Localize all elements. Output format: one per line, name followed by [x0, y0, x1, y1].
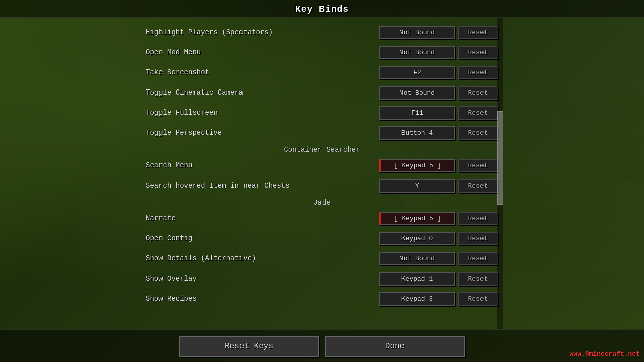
table-row: Narrate [ Keypad 5 ] Reset — [141, 208, 503, 228]
key-button[interactable]: Keypad 1 — [379, 272, 455, 286]
key-button[interactable]: F11 — [379, 106, 455, 120]
reset-button[interactable]: Reset — [458, 66, 498, 79]
table-row: Toggle Fullscreen F11 Reset — [141, 103, 503, 123]
key-button[interactable]: Y — [379, 179, 455, 193]
key-button[interactable]: Not Bound — [379, 46, 455, 59]
table-row: Show Recipes Keypad 3 Reset — [141, 289, 503, 309]
row-label: Take Screenshot — [146, 68, 379, 76]
title-bar: Key Binds — [0, 0, 644, 18]
keybind-panel-wrapper: Highlight Players (Spectators) Not Bound… — [141, 18, 503, 329]
bottom-bar: Reset Keys Done — [0, 329, 644, 362]
row-label: Highlight Players (Spectators) — [146, 28, 379, 36]
table-row: Show Overlay Keypad 1 Reset — [141, 268, 503, 289]
key-button[interactable]: [ Keypad 5 ] — [379, 159, 455, 172]
scrollbar[interactable] — [497, 18, 503, 329]
main-container: Key Binds Highlight Players (Spectators)… — [0, 0, 644, 362]
key-button[interactable]: Not Bound — [379, 252, 455, 265]
reset-button[interactable]: Reset — [458, 272, 498, 286]
key-button[interactable]: Not Bound — [379, 86, 455, 100]
row-label: Search hovered Item in near Chests — [146, 182, 379, 190]
reset-button[interactable]: Reset — [458, 126, 498, 140]
row-label: Narrate — [146, 214, 379, 222]
table-row: Search hovered Item in near Chests Y Res… — [141, 175, 503, 196]
row-label: Toggle Fullscreen — [146, 109, 379, 117]
reset-button[interactable]: Reset — [458, 232, 498, 245]
reset-button[interactable]: Reset — [458, 46, 498, 59]
key-button[interactable]: F2 — [379, 66, 455, 79]
row-label: Toggle Perspective — [146, 129, 379, 137]
done-button[interactable]: Done — [325, 336, 465, 357]
table-row: Search Menu [ Keypad 5 ] Reset — [141, 155, 503, 175]
reset-button[interactable]: Reset — [458, 212, 498, 225]
table-row: Show Details (Alternative) Not Bound Res… — [141, 248, 503, 268]
key-button[interactable]: Keypad 0 — [379, 232, 455, 245]
table-row: Highlight Players (Spectators) Not Bound… — [141, 22, 503, 42]
table-row: Toggle Perspective Button 4 Reset — [141, 123, 503, 143]
row-label: Search Menu — [146, 161, 379, 169]
watermark: www.9minecraft.net — [570, 350, 640, 358]
reset-button[interactable]: Reset — [458, 179, 498, 193]
key-button[interactable]: Button 4 — [379, 126, 455, 140]
reset-button[interactable]: Reset — [458, 159, 498, 172]
reset-button[interactable]: Reset — [458, 252, 498, 265]
reset-keys-button[interactable]: Reset Keys — [179, 336, 319, 357]
key-button[interactable]: Keypad 3 — [379, 292, 455, 306]
scrollbar-thumb[interactable] — [497, 111, 503, 204]
row-label: Open Mod Menu — [146, 48, 379, 56]
row-label: Toggle Cinematic Camera — [146, 88, 379, 97]
row-label: Show Overlay — [146, 275, 379, 283]
row-label: Open Config — [146, 234, 379, 242]
keybind-panel: Highlight Players (Spectators) Not Bound… — [141, 18, 503, 313]
table-row: Open Config Keypad 0 Reset — [141, 228, 503, 248]
page-title: Key Binds — [295, 4, 349, 14]
reset-button[interactable]: Reset — [458, 292, 498, 306]
table-row: Open Mod Menu Not Bound Reset — [141, 42, 503, 62]
key-button[interactable]: [ Keypad 5 ] — [379, 212, 455, 225]
reset-button[interactable]: Reset — [458, 106, 498, 120]
row-label: Show Details (Alternative) — [146, 254, 379, 262]
table-row: Toggle Cinematic Camera Not Bound Reset — [141, 82, 503, 103]
key-button[interactable]: Not Bound — [379, 26, 455, 39]
reset-button[interactable]: Reset — [458, 26, 498, 39]
section-header-container-searcher: Container Searcher — [141, 143, 503, 155]
reset-button[interactable]: Reset — [458, 86, 498, 100]
row-label: Show Recipes — [146, 295, 379, 303]
table-row: Take Screenshot F2 Reset — [141, 62, 503, 82]
section-header-jade: Jade — [141, 196, 503, 208]
